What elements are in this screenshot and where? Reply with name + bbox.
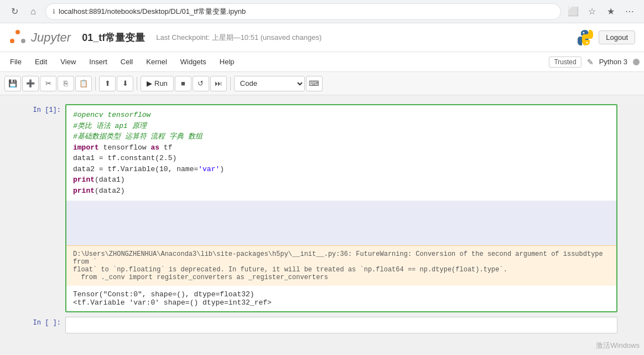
jupyter-brand: Jupyter [31,30,71,45]
menu-kernel[interactable]: Kernel [141,55,173,68]
address-bar[interactable]: ℹ localhost:8891/notebooks/Desktop/DL/01… [45,3,561,20]
jupyter-logo: Jupyter [9,29,71,47]
svg-point-4 [586,42,588,43]
logout-button[interactable]: Logout [599,30,635,44]
extensions-button[interactable]: ★ [603,4,619,19]
toolbar-separator-3 [230,77,231,90]
move-up-button[interactable]: ⬆ [99,76,116,91]
warning-line-3: from ._conv import register_converters a… [73,274,610,281]
notebook-area[interactable]: In [1]: #opencv tensorflow #类比 语法 api 原理… [0,95,644,355]
cell-1-output-warning: D:\Users\ZHONGZHENHUA\Anaconda3\lib\site… [66,245,616,286]
code-line-3: #基础数据类型 运算符 流程 字典 数组 [73,131,610,142]
cell-1-label: In [1]: [27,104,65,114]
save-button[interactable]: 💾 [4,76,21,91]
menu-cell[interactable]: Cell [115,55,138,68]
cell-1-output-executing [66,201,616,245]
run-icon: ▶ [147,79,152,88]
browser-bar: ↻ ⌂ ℹ localhost:8891/notebooks/Desktop/D… [0,0,644,23]
edit-notebook-name-button[interactable]: ✎ [585,56,596,68]
cell-1-container: In [1]: #opencv tensorflow #类比 语法 api 原理… [18,104,626,312]
code-line-5: data1 = tf.constant(2.5) [73,153,610,164]
url-text: localhost:8891/notebooks/Desktop/DL/01_t… [59,7,246,17]
code-line-7: print(data1) [73,174,610,186]
kernel-info-text: Python 3 [599,58,627,66]
cell-2-label: In [ ]: [27,317,65,327]
add-cell-button[interactable]: ➕ [22,76,39,91]
svg-point-2 [21,39,25,43]
cell-1-output: D:\Users\ZHONGZHENHUA\Anaconda3\lib\site… [66,200,616,311]
browser-nav-icons: ↻ ⌂ [7,4,41,19]
toolbar-separator-2 [137,77,137,90]
menu-insert[interactable]: Insert [84,55,113,68]
checkpoint-info: Last Checkpoint: 上星期—10:51 (unsaved chan… [156,33,321,43]
lock-icon: ℹ [53,8,55,16]
jupyter-logo-icon [9,29,27,47]
cell-2-body[interactable] [65,317,617,333]
notebook-title[interactable]: 01_tf常量变量 [82,31,145,44]
kernel-status-indicator [633,59,640,65]
run-label: Run [154,79,168,88]
code-line-8: print(data2) [73,186,610,197]
restart-button[interactable]: ↺ [193,76,209,91]
menu-help[interactable]: Help [214,55,240,68]
warning-line-2: float` to `np.floating` is deprecated. I… [73,266,610,274]
jupyter-header: Jupyter 01_tf常量变量 Last Checkpoint: 上星期—1… [0,23,644,52]
svg-point-0 [15,30,20,34]
code-line-6: data2 = tf.Variable(10, name='var') [73,164,610,175]
run-button[interactable]: ▶ Run [141,76,174,91]
code-line-4: import tensorflow as tf [73,142,610,153]
menu-view[interactable]: View [55,55,81,68]
code-line-2: #类比 语法 api 原理 [73,121,610,132]
cell-type-select[interactable]: Code Markdown Raw NBConvert Heading [234,76,305,91]
more-button[interactable]: ⋯ [622,4,637,19]
toolbar-separator-1 [95,77,96,90]
toolbar: 💾 ➕ ✂ ⎘ 📋 ⬆ ⬇ ▶ Run ■ ↺ ⏭ Code Markdown … [0,72,644,95]
keyboard-shortcuts-button[interactable]: ⌨ [306,76,323,91]
menu-bar: File Edit View Insert Cell Kernel Widget… [0,52,644,72]
reader-mode-button[interactable]: ⬜ [565,4,581,19]
restart-run-button[interactable]: ⏭ [210,76,227,91]
home-button[interactable]: ⌂ [25,4,41,19]
code-line-1: #opencv tensorflow [73,110,610,121]
svg-point-1 [10,39,14,43]
copy-cell-button[interactable]: ⎘ [58,76,74,91]
menu-edit[interactable]: Edit [29,55,53,68]
svg-point-3 [583,32,585,33]
cut-cell-button[interactable]: ✂ [40,76,56,91]
output-line-1: Tensor("Const:0", shape=(), dtype=float3… [73,290,610,299]
menu-bar-right: Trusted ✎ Python 3 [549,56,640,68]
refresh-button[interactable]: ↻ [7,4,22,19]
move-down-button[interactable]: ⬇ [117,76,133,91]
bookmark-button[interactable]: ☆ [584,4,600,19]
menu-file[interactable]: File [4,55,27,68]
header-right: Logout [577,29,635,47]
cell-1-body[interactable]: #opencv tensorflow #类比 语法 api 原理 #基础数据类型… [65,104,617,312]
output-line-2: <tf.Variable 'var:0' shape=() dtype=int3… [73,299,610,307]
python-logo-icon [577,29,594,47]
menu-widgets[interactable]: Widgets [175,55,212,68]
cell-1-output-text: Tensor("Const:0", shape=(), dtype=float3… [66,286,616,311]
paste-cell-button[interactable]: 📋 [75,76,92,91]
browser-actions: ⬜ ☆ ★ ⋯ [565,4,637,19]
trusted-badge[interactable]: Trusted [549,56,581,68]
interrupt-button[interactable]: ■ [175,76,191,91]
cell-2-code[interactable] [66,317,617,333]
cell-1-code[interactable]: #opencv tensorflow #类比 语法 api 原理 #基础数据类型… [66,105,616,200]
warning-line-1: D:\Users\ZHONGZHENHUA\Anaconda3\lib\site… [73,250,610,266]
cell-2-container: In [ ]: [18,317,626,333]
